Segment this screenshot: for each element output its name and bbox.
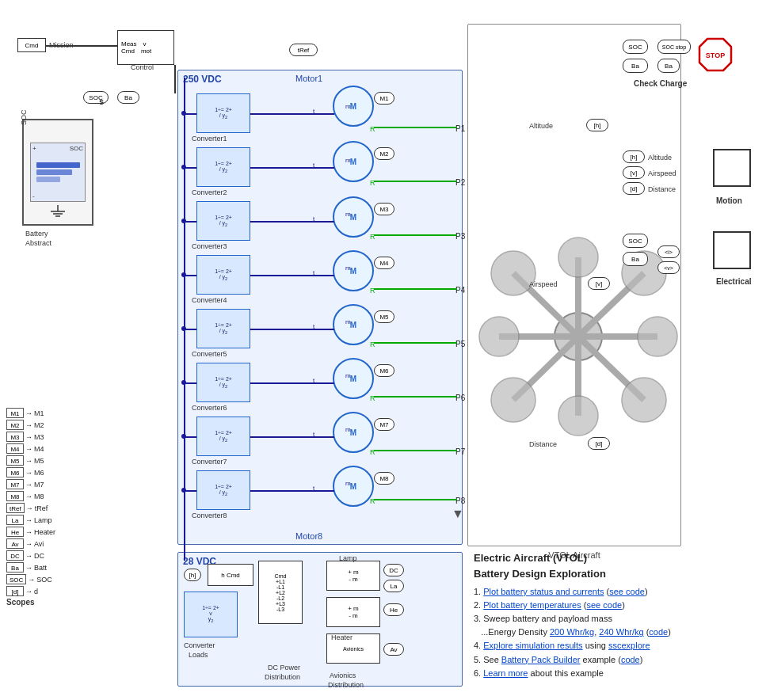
ba-signal-top: Ba [623,59,648,73]
soc-signal-top: SOC [623,40,648,54]
r-label-3: R [370,233,375,241]
dot-1 [181,111,186,116]
info-item-2: 2. Plot battery temperatures (see code) [474,599,755,612]
scope-row-la: La → Lamp [6,515,133,525]
r-label-5: R [370,340,375,348]
r-label-6: R [370,394,375,402]
converter7-label: Converter7 [192,458,227,466]
distance-label: Distance [529,440,557,448]
svg-point-15 [558,238,598,277]
svg-text:STOP: STOP [706,51,725,59]
green-wire-4 [374,288,457,290]
port-p7: P7 [455,447,465,456]
scope-row-m7: M7 → M7 [6,479,133,489]
info-block: Electric Aircraft (VTOL) Battery Design … [474,550,755,680]
converter-loads-block: 1÷= 2+ v y2 [184,592,238,637]
s-label: s [99,97,104,106]
m-label-3: m [345,211,351,218]
t-label-1: t [313,108,314,115]
green-wire-8 [374,499,457,500]
control-block: Measv Cmdmot [117,30,174,65]
avionics-dist-label2: Distribution [328,681,364,689]
cmd-label2: Cmd [121,48,135,55]
cmd-block: Cmd [17,38,46,52]
scope-row-dc: DC → DC [6,550,133,561]
ba-output-signal: Ba [657,59,680,73]
motor6-circle: M [333,358,374,399]
link-battery-pack[interactable]: Battery Pack Builder [501,655,581,664]
green-wire-2 [374,181,457,182]
down-arrow: ▼ [452,507,464,521]
link-200whr[interactable]: 200 Whr/kg [550,627,594,637]
dot-2 [181,165,186,169]
m6-signal: M6 [374,364,394,377]
converter4-label: Converter4 [192,296,227,304]
d-signal3: [d] [588,437,610,450]
v-signal2: [v] [623,166,645,179]
conv-motor-h-8 [250,490,334,492]
h-signal-28: [h] [184,569,201,581]
m8-signal: M8 [374,472,394,485]
motor2-circle: M [333,141,374,182]
link-240whr[interactable]: 240 Whr/kg [599,627,643,637]
svg-point-11 [491,378,535,422]
heater-block: + m - m [326,597,380,627]
dot-5 [181,326,186,331]
link-plot-status[interactable]: Plot battery status and currents [483,587,604,596]
soc-signal3: SOC [623,234,648,248]
conv-motor-h-4 [250,275,334,276]
svg-point-19 [479,317,519,356]
r-label-4: R [370,287,375,295]
m7-signal: M7 [374,418,394,431]
scope-box-m2: M2 [6,420,24,430]
link-learn-more[interactable]: Learn more [483,668,528,678]
scope-row-av: Av → Avi [6,538,133,549]
converter6-block: 1÷= 2+ / y2 [196,363,250,402]
stop-octagon: STOP [695,35,735,74]
green-wire-3 [374,234,457,236]
label-250vdc: 250 VDC [183,74,222,85]
link-explore[interactable]: Explore simulation results [483,641,582,650]
converter5-block: 1÷= 2+ / y2 [196,309,250,348]
v-signal3: [v] [588,277,610,290]
info-item-3b: ...Energy Density 200 Whr/kg, 240 Whr/kg… [474,626,755,639]
info-item-4: 4. Explore simulation results using ssce… [474,639,755,652]
scopes-section: M1 → M1 M2 → M2 M3 → M3 M4 → M4 M5 → M5 … [6,408,133,607]
h-signal2: [h] [623,150,645,163]
m5-signal: M5 [374,310,394,323]
scope-box-m6: M6 [6,467,24,477]
r-label-2: R [370,179,375,187]
svg-point-9 [491,251,535,295]
link-sscexplore[interactable]: sscexplore [608,641,650,650]
converter1-block: 1÷= 2+ / y2 [196,93,250,133]
cmd-28-block: Cmd +L1 -L1 +L2 -L2 +L3 -L3 [258,561,303,624]
svg-point-16 [558,396,598,436]
t-label-2: t [313,162,314,169]
control-down-wire [174,65,176,93]
converter2-label: Converter2 [192,188,227,196]
label-motor8: Motor8 [295,531,322,541]
port-p3: P3 [455,232,465,241]
link-plot-status-code[interactable]: see code [609,587,645,596]
ba-signal3: Ba [623,252,648,266]
battery-abstract-block: + - SOC [22,119,93,226]
dc-power-label1: DC Power [268,664,300,671]
motor1-circle: M [333,86,374,127]
m-label-7: m [345,426,351,433]
link-plot-temps-code[interactable]: see code [586,600,622,610]
converter8-block: 1÷= 2+ / y2 [196,470,250,510]
m-label-4: m [345,264,351,272]
port-p6: P6 [455,394,465,402]
link-plot-temps[interactable]: Plot battery temperatures [483,600,581,610]
scope-box-ba: Ba [6,562,24,573]
link-battery-pack-code[interactable]: code [621,655,640,664]
info-title1: Electric Aircraft (VTOL) [474,550,755,566]
h-cmd-block: h Cmd [208,564,253,586]
altitude-label: Altitude [529,122,553,130]
dot-6 [181,380,186,385]
port-p1: P1 [455,124,465,133]
mot-label: mot [141,48,151,55]
m2-signal: M2 [374,147,394,160]
scope-row-tref: tRef → tRef [6,503,133,513]
link-energy-code[interactable]: code [649,627,668,637]
